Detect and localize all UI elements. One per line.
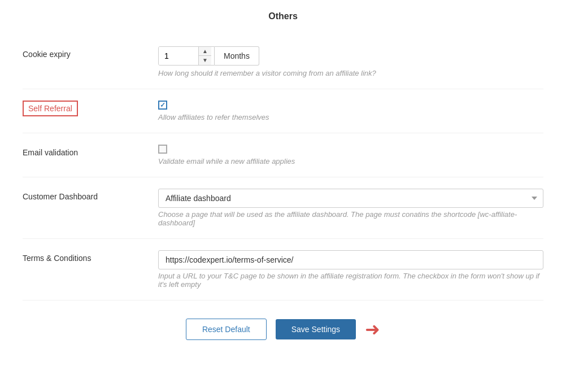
page-container: Others Cookie expiry ▲ ▼ Months How long… [0, 0, 566, 363]
email-validation-checkbox[interactable] [158, 145, 167, 154]
arrow-indicator: ➜ [365, 320, 380, 338]
terms-conditions-row: Terms & Conditions Input a URL to your T… [23, 239, 543, 300]
email-validation-checkbox-row [158, 145, 543, 154]
email-validation-hint: Validate email while a new affiliate app… [158, 157, 543, 165]
customer-dashboard-select[interactable]: Affiliate dashboard [158, 189, 543, 208]
self-referral-row: Self Referral Allow affiliates to refer … [23, 89, 543, 133]
self-referral-checkbox-row [158, 101, 543, 110]
cookie-expiry-row: Cookie expiry ▲ ▼ Months How long should… [23, 35, 543, 89]
customer-dashboard-label: Customer Dashboard [23, 189, 158, 201]
cookie-expiry-content: ▲ ▼ Months How long should it remember a… [158, 46, 543, 77]
terms-conditions-input[interactable] [158, 250, 543, 269]
spinner-buttons: ▲ ▼ [198, 47, 211, 65]
terms-conditions-hint: Input a URL to your T&C page to be shown… [158, 272, 543, 289]
section-title: Others [23, 11, 543, 21]
terms-conditions-content: Input a URL to your T&C page to be shown… [158, 250, 543, 289]
customer-dashboard-content: Affiliate dashboard Choose a page that w… [158, 189, 543, 227]
cookie-expiry-input[interactable] [159, 47, 198, 65]
customer-dashboard-hint: Choose a page that will be used as the a… [158, 210, 543, 227]
cookie-expiry-hint: How long should it remember a visitor co… [158, 69, 543, 77]
months-button[interactable]: Months [215, 46, 259, 66]
self-referral-label: Self Referral [23, 101, 158, 113]
cookie-expiry-label: Cookie expiry [23, 46, 158, 59]
arrow-right-icon: ➜ [365, 320, 380, 338]
customer-dashboard-row: Customer Dashboard Affiliate dashboard C… [23, 177, 543, 239]
self-referral-checkbox[interactable] [158, 101, 167, 110]
email-validation-row: Email validation Validate email while a … [23, 133, 543, 177]
buttons-row: Reset Default Save Settings ➜ [23, 319, 543, 340]
spinner-down-button[interactable]: ▼ [199, 56, 211, 65]
cookie-expiry-controls: ▲ ▼ Months [158, 46, 543, 66]
email-validation-label: Email validation [23, 145, 158, 157]
spinner-up-button[interactable]: ▲ [199, 47, 211, 56]
number-input-wrapper: ▲ ▼ [158, 46, 215, 66]
email-validation-content: Validate email while a new affiliate app… [158, 145, 543, 165]
reset-default-button[interactable]: Reset Default [186, 319, 267, 340]
self-referral-hint: Allow affiliates to refer themselves [158, 113, 543, 121]
self-referral-label-text: Self Referral [23, 101, 78, 116]
self-referral-content: Allow affiliates to refer themselves [158, 101, 543, 121]
save-settings-button[interactable]: Save Settings [276, 319, 356, 339]
terms-conditions-label: Terms & Conditions [23, 250, 158, 263]
